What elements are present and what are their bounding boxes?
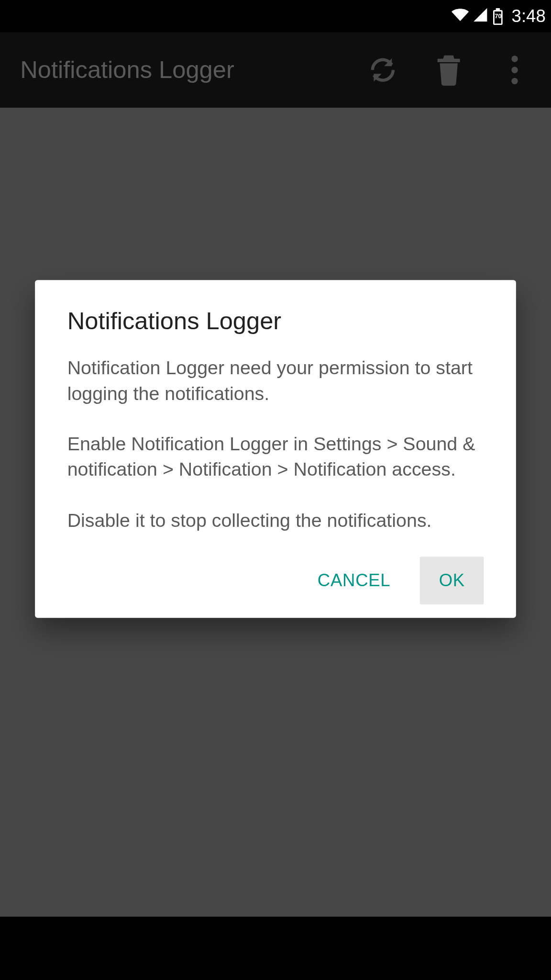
dialog-body: Notification Logger need your permission… xyxy=(67,356,484,534)
dialog-actions: CANCEL OK xyxy=(67,554,484,604)
wifi-icon xyxy=(451,7,470,25)
cellular-signal-icon xyxy=(473,7,489,25)
status-bar: 70 3:48 xyxy=(0,0,551,33)
battery-level: 70 xyxy=(494,13,502,20)
status-clock: 3:48 xyxy=(512,6,546,27)
ok-button[interactable]: OK xyxy=(420,557,484,604)
status-icons: 70 xyxy=(451,7,505,25)
dialog-title: Notifications Logger xyxy=(67,307,484,335)
permission-dialog: Notifications Logger Notification Logger… xyxy=(35,280,516,618)
letterbox-bottom xyxy=(0,919,551,980)
battery-icon: 70 xyxy=(491,7,505,25)
cancel-button[interactable]: CANCEL xyxy=(298,557,409,604)
